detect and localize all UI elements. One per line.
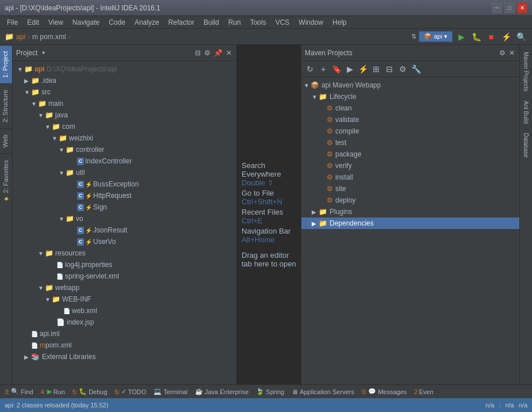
maven-settings2-icon[interactable]: ⚙	[396, 63, 409, 75]
tree-webapp[interactable]: ▼ 📁 webapp	[13, 282, 236, 293]
api-button[interactable]: 📦 api ▾	[419, 31, 453, 42]
tree-index-jsp[interactable]: 📄 index.jsp	[13, 316, 236, 328]
maven-profiles-icon[interactable]: 🔖	[330, 63, 343, 75]
coverage-button[interactable]: ⚡	[500, 30, 512, 43]
terminal-tab-icon: 💻	[154, 388, 162, 395]
menu-code[interactable]: Code	[104, 17, 130, 28]
tree-user-vo[interactable]: C ⚡ UserVo	[13, 236, 236, 247]
tab-database[interactable]: Database	[522, 128, 530, 162]
tree-spring-servlet[interactable]: 📄 spring-servlet.xml	[13, 270, 236, 282]
tree-idea[interactable]: ▶ 📁 .idea	[13, 75, 236, 86]
maven-add-icon[interactable]: +	[317, 63, 330, 75]
tab-find[interactable]: 3: 🔍 Find	[1, 386, 37, 398]
tab-favorites[interactable]: ★ 2: Favorites	[0, 154, 12, 208]
tree-web-xml[interactable]: 📄 web.xml	[13, 305, 236, 316]
tree-pom-xml[interactable]: 📄 m pom.xml	[13, 339, 236, 351]
sync-icon[interactable]: ⇅	[411, 33, 416, 40]
tree-json-result[interactable]: C ⚡ JsonResult	[13, 224, 236, 236]
tab-run[interactable]: 4: ▶ Run	[37, 386, 68, 398]
debug-button[interactable]: 🐛	[470, 30, 483, 43]
tab-even[interactable]: 2 Even	[411, 386, 437, 398]
tree-root[interactable]: ▼ 📁 api D:\XQ\IdeaProjects\api	[13, 63, 236, 75]
menu-edit[interactable]: Edit	[22, 17, 44, 28]
menu-navigate[interactable]: Navigate	[68, 17, 104, 28]
maven-collapse-icon[interactable]: ⊟	[383, 63, 396, 75]
tree-vo[interactable]: ▼ 📁 vo	[13, 213, 236, 224]
tab-debug[interactable]: 5: 🐛 Debug	[69, 386, 111, 398]
tree-http-request[interactable]: C ⚡ HttpRequest	[13, 190, 236, 201]
tab-ant-build[interactable]: Ant Build	[522, 96, 530, 128]
tab-application-servers[interactable]: 🖥 Application Servers	[288, 386, 358, 398]
maven-verify[interactable]: ⚙ verify	[301, 160, 519, 171]
tree-api-iml[interactable]: 📄 api.iml	[13, 328, 236, 339]
maven-site[interactable]: ⚙ site	[301, 183, 519, 194]
maven-install[interactable]: ⚙ install	[301, 171, 519, 183]
maven-compile[interactable]: ⚙ compile	[301, 125, 519, 137]
breadcrumb-project[interactable]: api	[16, 33, 25, 41]
stop-button[interactable]: ■	[485, 30, 497, 43]
index-controller-label: IndexController	[85, 157, 132, 165]
run-button[interactable]: ▶	[455, 30, 468, 43]
maven-plugins-item[interactable]: ▶ 📁 Plugins	[301, 206, 519, 218]
tree-external-libs[interactable]: ▶ 📚 External Libraries	[13, 351, 236, 363]
collapse-all-icon[interactable]: ⊟	[194, 48, 202, 58]
minimize-button[interactable]: ─	[492, 3, 502, 13]
tab-java-enterprise[interactable]: ☕ Java Enterprise	[192, 386, 252, 398]
tree-log4j[interactable]: 📄 log4j.properties	[13, 259, 236, 270]
maven-expand-icon[interactable]: ⊞	[370, 63, 382, 75]
settings-icon[interactable]: ⚙	[203, 48, 212, 58]
tree-buss-exception[interactable]: C ⚡ BussException	[13, 178, 236, 190]
maven-root-item[interactable]: ▼ 📦 api Maven Webapp	[301, 79, 519, 91]
maven-settings-icon[interactable]: ⚙	[498, 48, 507, 58]
maven-hide-icon[interactable]: ✕	[508, 48, 516, 58]
pin-icon[interactable]: 📌	[213, 48, 224, 58]
project-dropdown-arrow[interactable]: ▾	[42, 49, 45, 56]
tab-maven-projects[interactable]: Maven Projects	[522, 47, 530, 96]
maven-run-icon[interactable]: 🔧	[409, 63, 422, 75]
maven-validate[interactable]: ⚙ validate	[301, 114, 519, 125]
tree-util[interactable]: ▼ 📁 util	[13, 167, 236, 178]
menu-view[interactable]: View	[44, 17, 68, 28]
tree-com[interactable]: ▼ 📁 com	[13, 121, 236, 132]
root-folder-icon: 📁	[24, 65, 33, 73]
maven-dependencies-item[interactable]: ▶ 📁 Dependencies	[301, 218, 519, 229]
hide-icon[interactable]: ✕	[225, 48, 233, 58]
maven-clean[interactable]: ⚙ clean	[301, 102, 519, 114]
maven-test[interactable]: ⚙ test	[301, 137, 519, 148]
tree-main[interactable]: ▼ 📁 main	[13, 98, 236, 109]
menu-run[interactable]: Run	[224, 17, 246, 28]
tab-project[interactable]: 1: Project	[0, 45, 12, 83]
maven-refresh-icon[interactable]: ↻	[304, 63, 316, 75]
menu-refactor[interactable]: Refactor	[164, 17, 199, 28]
menu-window[interactable]: Window	[294, 17, 328, 28]
tree-sign[interactable]: C ⚡ Sign	[13, 201, 236, 213]
maven-package[interactable]: ⚙ package	[301, 148, 519, 160]
maximize-button[interactable]: □	[504, 3, 515, 13]
tab-spring[interactable]: 🍃 Spring	[252, 386, 288, 398]
tab-terminal[interactable]: 💻 Terminal	[150, 386, 191, 398]
menu-build[interactable]: Build	[199, 17, 224, 28]
search-everywhere-icon[interactable]: 🔍	[515, 30, 527, 43]
tree-index-controller[interactable]: C IndexController	[13, 155, 236, 167]
tab-todo[interactable]: 6: ✓ TODO	[112, 386, 150, 398]
menu-tools[interactable]: Tools	[246, 17, 271, 28]
tab-web[interactable]: Web	[0, 128, 12, 153]
tree-web-inf[interactable]: ▼ 📁 WEB-INF	[13, 293, 236, 305]
tree-resources[interactable]: ▼ 📁 resources	[13, 247, 236, 259]
tree-java[interactable]: ▼ 📁 java	[13, 109, 236, 121]
tab-structure[interactable]: 2: Structure	[0, 83, 12, 128]
menu-vcs[interactable]: VCS	[271, 17, 294, 28]
breadcrumb-file[interactable]: m pom.xml	[32, 33, 66, 41]
tree-controller[interactable]: ▼ 📁 controller	[13, 144, 236, 155]
tree-src[interactable]: ▼ 📁 src	[13, 86, 236, 98]
menu-file[interactable]: File	[2, 17, 22, 28]
menu-help[interactable]: Help	[328, 17, 351, 28]
menu-analyze[interactable]: Analyze	[130, 17, 164, 28]
maven-skip-tests-icon[interactable]: ⚡	[357, 63, 369, 75]
maven-deploy[interactable]: ⚙ deploy	[301, 194, 519, 206]
maven-lifecycle-item[interactable]: ▼ 📁 Lifecycle	[301, 91, 519, 102]
maven-lifecycle-icon[interactable]: ▶	[343, 63, 356, 75]
close-button[interactable]: ✕	[517, 3, 527, 13]
tree-weizhixi[interactable]: ▼ 📁 weizhixi	[13, 132, 236, 144]
tab-messages[interactable]: 0: 💬 Messages	[358, 386, 410, 398]
